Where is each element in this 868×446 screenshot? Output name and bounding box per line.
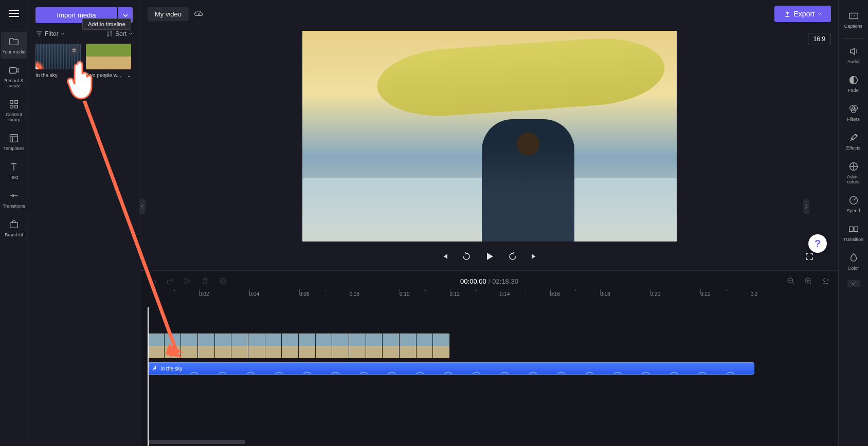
ruler-tick: 0:06 [299, 291, 309, 297]
fade-icon [848, 75, 859, 86]
chevron-down-icon[interactable]: ⌄ [127, 72, 131, 78]
split-button[interactable] [183, 276, 193, 286]
folder-icon [8, 36, 20, 47]
svg-rect-21 [854, 227, 857, 231]
prop-transition[interactable]: Transition [840, 219, 867, 246]
record-icon [8, 65, 20, 76]
prop-captions[interactable]: Captions [840, 6, 867, 33]
ruler-tick: 0:12 [450, 291, 460, 297]
prop-effects[interactable]: Effects [840, 128, 867, 155]
timeline-ruler[interactable]: 0:020:040:060:080:100:120:140:160:180:20… [148, 291, 838, 307]
audio-clip[interactable]: In the sky [148, 362, 754, 375]
prev-frame-button[interactable] [439, 250, 451, 263]
media-item-audio[interactable]: + In the sky [35, 44, 81, 78]
prop-adjust-colors[interactable]: Adjust colors [840, 157, 867, 189]
rewind-button[interactable] [460, 250, 473, 263]
filters-icon [848, 103, 859, 115]
ruler-tick: 0:18 [600, 291, 610, 297]
play-button[interactable] [482, 249, 497, 264]
prop-color[interactable]: Color [840, 248, 867, 275]
fit-icon [822, 277, 830, 285]
cloud-sync-icon[interactable] [194, 9, 204, 19]
transitions-icon [8, 190, 20, 201]
add-to-timeline-tooltip: Add to timeline [82, 18, 131, 30]
next-frame-button[interactable] [528, 250, 540, 263]
zoom-out-icon [787, 277, 795, 285]
forward-button[interactable] [507, 250, 519, 263]
library-icon [8, 99, 20, 110]
delete-media-icon[interactable] [69, 46, 79, 55]
svg-rect-1 [10, 101, 13, 104]
nav-templates[interactable]: Templates [1, 128, 27, 155]
media-panel: Import media Filter Sort [28, 0, 140, 446]
prop-audio[interactable]: Audio [840, 42, 867, 68]
zoom-out-button[interactable] [786, 276, 796, 286]
duplicate-button[interactable] [218, 276, 228, 286]
chevron-down-icon [129, 32, 133, 36]
svg-rect-2 [15, 101, 18, 104]
aspect-ratio-button[interactable]: 16:9 [808, 33, 831, 45]
prop-filters[interactable]: Filters [840, 99, 867, 126]
fit-timeline-button[interactable] [821, 276, 831, 286]
nav-record-create[interactable]: Record & create [1, 61, 27, 92]
ruler-tick: 0:10 [400, 291, 409, 297]
svg-rect-13 [849, 13, 858, 19]
media-item-video[interactable]: Two people w... ⌄ [86, 44, 131, 78]
redo-icon [166, 277, 174, 285]
nav-text[interactable]: Text [1, 157, 27, 184]
video-track[interactable] [148, 333, 838, 358]
sort-button[interactable]: Sort [106, 30, 133, 38]
ruler-tick: 0:02 [199, 291, 209, 297]
undo-button[interactable] [148, 276, 158, 286]
briefcase-icon [8, 219, 20, 230]
nav-brand-kit[interactable]: Brand kit [1, 215, 27, 241]
prop-speed[interactable]: Speed [840, 191, 867, 217]
timeline-tracks[interactable]: In the sky [140, 307, 838, 446]
effects-icon [848, 132, 859, 143]
trash-icon [71, 48, 77, 53]
svg-point-7 [185, 278, 187, 280]
video-clip[interactable] [148, 333, 450, 358]
templates-icon [8, 133, 20, 144]
project-title-input[interactable]: My video [148, 7, 189, 21]
playhead[interactable] [148, 307, 149, 446]
svg-rect-6 [10, 222, 18, 228]
right-properties-rail: Captions Audio Fade Filters Effects Adju… [838, 0, 868, 446]
center-column: My video Export 16:9 [140, 0, 838, 446]
chevron-right-icon [805, 204, 808, 209]
media-label: Two people w... ⌄ [86, 72, 131, 78]
svg-rect-0 [10, 68, 16, 73]
ruler-tick: 0:04 [249, 291, 259, 297]
nav-your-media[interactable]: Your media [1, 32, 27, 59]
music-note-icon [152, 366, 157, 371]
sort-icon [106, 30, 113, 38]
nav-content-library[interactable]: Content library [1, 95, 27, 126]
chevron-down-icon [123, 13, 128, 18]
svg-point-8 [185, 282, 187, 284]
media-label: In the sky [35, 72, 81, 78]
chevron-down-icon [61, 32, 65, 36]
svg-rect-9 [220, 278, 224, 283]
color-icon [848, 252, 859, 264]
collapse-right-panel[interactable] [803, 199, 809, 214]
video-preview[interactable] [302, 31, 677, 241]
ruler-tick: 0:08 [350, 291, 359, 297]
delete-clip-button[interactable] [200, 276, 210, 286]
zoom-in-button[interactable] [803, 276, 813, 286]
help-button[interactable]: ? [808, 234, 827, 253]
trash-icon [201, 277, 209, 285]
right-rail-more[interactable] [847, 280, 860, 287]
timeline: 00:00.00/02:18.30 0:020:040:060:080:100:… [140, 270, 838, 446]
redo-button[interactable] [165, 276, 175, 286]
prop-fade[interactable]: Fade [840, 70, 867, 97]
svg-rect-20 [849, 227, 853, 231]
hamburger-menu-icon[interactable] [6, 5, 22, 22]
filter-button[interactable]: Filter [35, 30, 65, 38]
timeline-scrollbar[interactable] [148, 440, 245, 444]
collapse-left-panel[interactable] [139, 199, 146, 214]
nav-transitions[interactable]: Transitions [1, 186, 27, 213]
upload-icon [784, 10, 791, 17]
audio-track[interactable]: In the sky [148, 362, 838, 376]
export-button[interactable]: Export [774, 6, 831, 22]
adjust-icon [848, 161, 859, 172]
